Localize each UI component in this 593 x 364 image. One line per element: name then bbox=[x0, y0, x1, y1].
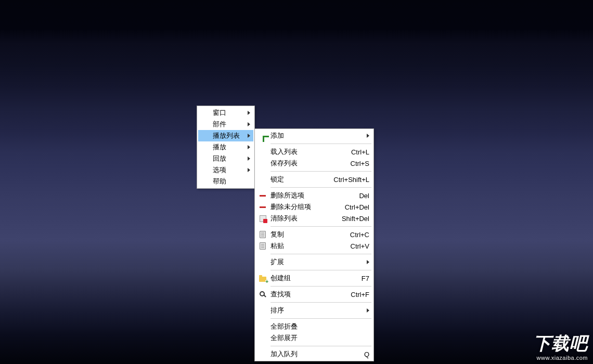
submenu-arrow-icon bbox=[367, 134, 369, 138]
menu-item-create-group[interactable]: 创建组 F7 bbox=[256, 272, 372, 284]
submenu-arrow-icon bbox=[248, 122, 250, 126]
menu-item-shortcut: Ctrl+F bbox=[335, 291, 369, 298]
menu-item-widgets[interactable]: 部件 bbox=[198, 119, 253, 130]
menu-separator bbox=[270, 302, 371, 303]
menu-item-shortcut: F7 bbox=[346, 275, 369, 282]
menu-item-label: 扩展 bbox=[270, 257, 302, 267]
context-menu-playlist: 添加 载入列表 Ctrl+L 保存列表 Ctrl+S 锁定 Ctrl+Shift… bbox=[254, 128, 374, 361]
menu-item-shortcut: Shift+Del bbox=[326, 215, 369, 223]
menu-item-label: 帮助 bbox=[213, 177, 236, 186]
menu-item-label: 保存列表 bbox=[270, 159, 302, 168]
menu-item-extend[interactable]: 扩展 bbox=[256, 256, 372, 268]
menu-item-label: 加入队列 bbox=[270, 349, 302, 359]
menu-item-playback[interactable]: 回放 bbox=[198, 153, 253, 164]
minus-icon bbox=[259, 191, 267, 200]
menu-item-label: 清除列表 bbox=[270, 214, 302, 223]
menu-item-label: 查找项 bbox=[270, 290, 302, 299]
menu-separator bbox=[270, 226, 371, 227]
minus-icon bbox=[259, 203, 267, 211]
menu-item-label: 播放 bbox=[213, 142, 236, 152]
menu-item-label: 排序 bbox=[270, 306, 302, 315]
menu-item-paste[interactable]: 粘贴 Ctrl+V bbox=[256, 240, 372, 252]
menu-item-label: 添加 bbox=[270, 131, 302, 140]
menu-item-add[interactable]: 添加 bbox=[256, 130, 372, 141]
menu-item-label: 删除所选项 bbox=[270, 191, 304, 200]
submenu-arrow-icon bbox=[248, 134, 250, 138]
search-icon bbox=[259, 290, 267, 298]
watermark-logo-text: 下载吧 bbox=[533, 332, 588, 356]
menu-item-delete-selected[interactable]: 删除所选项 Del bbox=[256, 190, 372, 201]
menu-item-delete-ungrouped[interactable]: 删除未分组项 Ctrl+Del bbox=[256, 201, 372, 213]
menu-item-play[interactable]: 播放 bbox=[198, 141, 253, 153]
menu-item-load-list[interactable]: 载入列表 Ctrl+L bbox=[256, 146, 372, 158]
menu-separator bbox=[270, 270, 371, 270]
menu-separator bbox=[270, 187, 371, 188]
menu-item-expand-all[interactable]: 全部展开 bbox=[256, 332, 372, 344]
menu-item-options[interactable]: 选项 bbox=[198, 164, 253, 176]
submenu-arrow-icon bbox=[248, 145, 250, 149]
menu-item-window[interactable]: 窗口 bbox=[198, 107, 253, 119]
submenu-arrow-icon bbox=[367, 260, 369, 264]
menu-item-shortcut: Ctrl+Shift+L bbox=[318, 176, 369, 184]
menu-item-label: 部件 bbox=[213, 120, 236, 129]
menu-item-help[interactable]: 帮助 bbox=[198, 176, 253, 187]
clearlist-icon bbox=[259, 214, 267, 223]
menu-item-copy[interactable]: 复制 Ctrl+C bbox=[256, 229, 372, 240]
menu-separator bbox=[270, 254, 371, 254]
menu-item-find[interactable]: 查找项 Ctrl+F bbox=[256, 289, 372, 300]
menu-item-shortcut: Ctrl+L bbox=[336, 148, 369, 156]
menu-item-shortcut: Ctrl+Del bbox=[329, 203, 369, 211]
menu-item-label: 锁定 bbox=[270, 175, 302, 184]
watermark: 下载吧 www.xiazaiba.com bbox=[533, 332, 588, 361]
menu-item-label: 删除未分组项 bbox=[270, 202, 311, 212]
menu-item-label: 选项 bbox=[213, 165, 236, 175]
menu-item-shortcut: Q bbox=[349, 350, 369, 358]
menu-item-shortcut: Ctrl+S bbox=[335, 160, 369, 167]
menu-item-lock[interactable]: 锁定 Ctrl+Shift+L bbox=[256, 174, 372, 185]
context-menu-main: 窗口 部件 播放列表 播放 回放 选项 帮助 bbox=[197, 106, 255, 189]
menu-item-shortcut: Del bbox=[343, 192, 369, 200]
menu-separator bbox=[270, 144, 371, 144]
menu-item-label: 载入列表 bbox=[270, 147, 302, 157]
plus-icon bbox=[259, 132, 267, 140]
folder-plus-icon bbox=[259, 274, 267, 282]
menu-item-playlist[interactable]: 播放列表 bbox=[198, 130, 253, 141]
menu-item-collapse-all[interactable]: 全部折叠 bbox=[256, 321, 372, 332]
submenu-arrow-icon bbox=[248, 111, 250, 115]
menu-item-label: 回放 bbox=[213, 154, 236, 163]
menu-item-label: 全部展开 bbox=[270, 333, 302, 343]
menu-item-label: 粘贴 bbox=[270, 241, 302, 251]
menu-separator bbox=[270, 346, 371, 346]
menu-separator bbox=[270, 171, 371, 172]
menu-item-enqueue[interactable]: 加入队列 Q bbox=[256, 348, 372, 360]
menu-item-save-list[interactable]: 保存列表 Ctrl+S bbox=[256, 158, 372, 169]
submenu-arrow-icon bbox=[248, 157, 250, 161]
submenu-arrow-icon bbox=[367, 308, 369, 313]
menu-separator bbox=[270, 318, 371, 319]
copy-icon bbox=[259, 230, 267, 239]
watermark-url-text: www.xiazaiba.com bbox=[537, 355, 588, 361]
menu-item-sort[interactable]: 排序 bbox=[256, 305, 372, 316]
submenu-arrow-icon bbox=[248, 168, 250, 172]
menu-item-label: 播放列表 bbox=[213, 131, 240, 140]
desktop-background: 窗口 部件 播放列表 播放 回放 选项 帮助 添加 bbox=[0, 0, 593, 364]
menu-item-label: 全部折叠 bbox=[270, 322, 302, 331]
menu-item-label: 复制 bbox=[270, 230, 302, 239]
menu-item-label: 创建组 bbox=[270, 274, 302, 283]
menu-item-shortcut: Ctrl+V bbox=[335, 242, 369, 250]
paste-icon bbox=[259, 242, 267, 250]
menu-item-shortcut: Ctrl+C bbox=[334, 231, 369, 239]
menu-separator bbox=[270, 286, 371, 287]
menu-item-label: 窗口 bbox=[213, 108, 236, 118]
menu-item-clear-list[interactable]: 清除列表 Shift+Del bbox=[256, 213, 372, 224]
